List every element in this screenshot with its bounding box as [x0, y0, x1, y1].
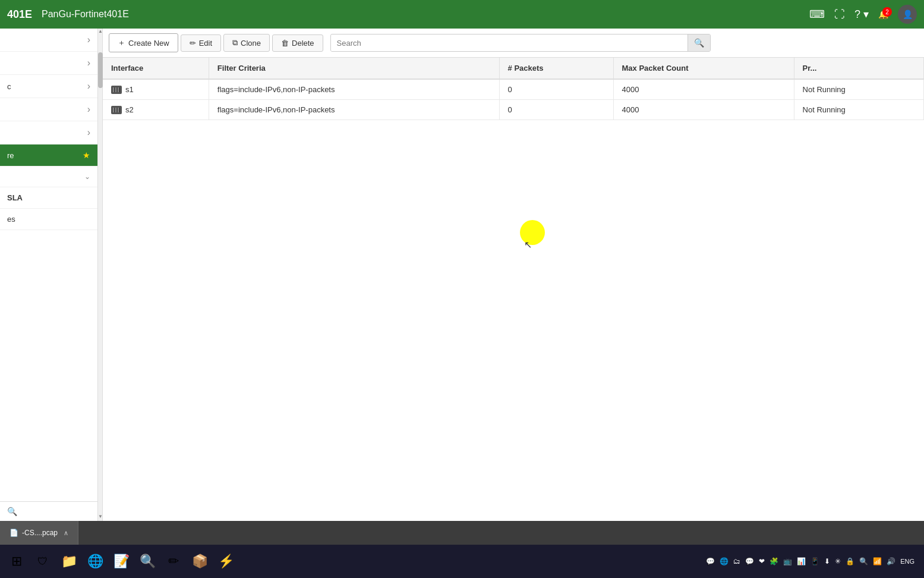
- taskbar-icon-layers[interactable]: 🗂: [733, 557, 740, 566]
- taskbar-app-5[interactable]: 🔍: [135, 549, 159, 573]
- star-icon: ★: [83, 150, 90, 160]
- cell-packets-s2: 0: [499, 100, 613, 120]
- data-table: Interface Filter Criteria # Packets Max …: [103, 58, 924, 120]
- cell-filter-criteria-s1: flags=include-IPv6,non-IP-packets: [209, 79, 499, 100]
- sidebar-item-5[interactable]: [0, 121, 97, 144]
- cell-interface-s2: s2: [103, 100, 209, 120]
- search-button[interactable]: 🔍: [688, 34, 710, 51]
- chevron-down-icon: ⌄: [84, 172, 90, 181]
- taskbar-icon-tv[interactable]: 📺: [783, 557, 792, 566]
- fullscreen-icon[interactable]: ⛶: [834, 8, 845, 21]
- chevron-right-icon-c: [87, 81, 90, 92]
- taskbar-lang[interactable]: ENG: [900, 558, 914, 565]
- user-avatar[interactable]: 👤: [898, 5, 917, 24]
- taskbar-app-7[interactable]: 📦: [188, 549, 212, 573]
- edit-button[interactable]: ✏ Edit: [181, 34, 221, 52]
- table-row[interactable]: s1 flags=include-IPv6,non-IP-packets 0 4…: [103, 79, 924, 100]
- taskbar: ⊞ 🛡 📁 🌐 📝 🔍 ✏ 📦 ⚡ 💬 🌐 🗂 💬 ❤ 🧩 📺 📊 📱 ⬇ ✳ …: [0, 545, 924, 578]
- cell-max-packet-count-s1: 4000: [613, 79, 794, 100]
- scroll-down-arrow[interactable]: ▼: [98, 514, 103, 521]
- taskbar-icon-puzzle[interactable]: 🧩: [770, 557, 778, 566]
- sidebar-item-4[interactable]: [0, 98, 97, 121]
- taskbar-icon-globe[interactable]: 🌐: [720, 557, 729, 566]
- clone-label: Clone: [241, 39, 261, 48]
- taskbar-app-2[interactable]: 📁: [57, 549, 81, 573]
- sidebar-item-es[interactable]: es: [0, 209, 97, 230]
- sidebar-item-sla[interactable]: SLA: [0, 187, 97, 209]
- create-new-label: Create New: [128, 39, 169, 48]
- taskbar-icon-bluetooth[interactable]: ✳: [835, 557, 841, 566]
- topbar-brand: 401E: [7, 8, 32, 21]
- help-icon[interactable]: ? ▾: [854, 8, 869, 21]
- file-icon: 📄: [10, 529, 18, 537]
- taskbar-app-1[interactable]: 🛡: [31, 549, 55, 573]
- table-row[interactable]: s2 flags=include-IPv6,non-IP-packets 0 4…: [103, 100, 924, 120]
- edit-icon: ✏: [190, 39, 196, 48]
- sidebar-label-es: es: [7, 215, 15, 224]
- taskbar-icon-wifi[interactable]: 📶: [873, 557, 882, 566]
- sidebar-scroll: c re ★ ⌄ SLA es: [0, 29, 97, 501]
- taskbar-icon-phone[interactable]: 📱: [811, 557, 819, 566]
- topbar-right: ⌨ ⛶ ? ▾ 🔔 2 👤: [809, 5, 917, 24]
- taskbar-icon-shield[interactable]: 🔒: [846, 557, 854, 566]
- cell-max-packet-count-s2: 4000: [613, 100, 794, 120]
- chevron-right-icon-5: [87, 127, 90, 138]
- file-name: -CS....pcap: [22, 529, 58, 537]
- taskbar-icon-chart[interactable]: 📊: [797, 557, 806, 566]
- delete-label: Delete: [292, 39, 314, 48]
- scrollbar-thumb: [98, 52, 103, 88]
- taskbar-icon-volume[interactable]: 🔊: [887, 557, 895, 566]
- sidebar-search[interactable]: 🔍: [0, 501, 97, 521]
- sidebar-item-2[interactable]: [0, 52, 97, 75]
- sidebar-item-1[interactable]: [0, 29, 97, 52]
- scroll-up-arrow[interactable]: ▲: [98, 29, 103, 36]
- table-wrapper: Interface Filter Criteria # Packets Max …: [103, 58, 924, 521]
- terminal-icon[interactable]: ⌨: [809, 8, 825, 21]
- plus-icon: ＋: [118, 37, 125, 48]
- col-header-filter-criteria: Filter Criteria: [209, 58, 499, 79]
- chevron-right-icon-2: [87, 58, 90, 68]
- interface-icon-s1: [111, 86, 122, 94]
- taskbar-app-3[interactable]: 🌐: [83, 549, 107, 573]
- topbar: 401E PanGu-Fortinet401E ⌨ ⛶ ? ▾ 🔔 2 👤: [0, 0, 924, 29]
- chevron-right-icon-4: [87, 104, 90, 115]
- sidebar-item-c[interactable]: c: [0, 75, 97, 98]
- taskbar-icon-heart[interactable]: ❤: [759, 557, 765, 566]
- taskbar-icon-search2[interactable]: 🔍: [859, 557, 868, 566]
- sidebar-label-sla: SLA: [7, 193, 23, 202]
- taskbar-icon-msg[interactable]: 💬: [745, 557, 754, 566]
- bottom-file-tab[interactable]: 📄 -CS....pcap ∧: [0, 521, 78, 545]
- sidebar-scrollbar[interactable]: ▲ ▼: [98, 29, 103, 521]
- taskbar-icon-chat[interactable]: 💬: [706, 557, 715, 566]
- file-tab-close[interactable]: ∧: [64, 529, 68, 537]
- toolbar: ＋ Create New ✏ Edit ⧉ Clone 🗑 Delete 🔍: [103, 29, 924, 58]
- chevron-right-icon-1: [87, 34, 90, 45]
- clone-button[interactable]: ⧉ Clone: [223, 34, 270, 52]
- trash-icon: 🗑: [281, 39, 289, 48]
- sidebar-label-active: re: [7, 151, 14, 160]
- create-new-button[interactable]: ＋ Create New: [109, 33, 178, 52]
- sidebar: c re ★ ⌄ SLA es: [0, 29, 98, 521]
- cell-interface-s1: s1: [103, 79, 209, 100]
- cell-packets-s1: 0: [499, 79, 613, 100]
- col-header-pr: Pr...: [794, 58, 923, 79]
- search-icon-sidebar: 🔍: [7, 507, 17, 516]
- cell-filter-criteria-s2: flags=include-IPv6,non-IP-packets: [209, 100, 499, 120]
- taskbar-app-4[interactable]: 📝: [109, 549, 133, 573]
- sidebar-chevron-down-item[interactable]: ⌄: [0, 167, 97, 187]
- taskbar-app-8[interactable]: ⚡: [214, 549, 238, 573]
- bottom-file-bar: 📄 -CS....pcap ∧: [0, 521, 924, 545]
- sidebar-item-active[interactable]: re ★: [0, 144, 97, 167]
- search-input[interactable]: [331, 35, 688, 51]
- taskbar-icon-download[interactable]: ⬇: [824, 557, 830, 566]
- taskbar-app-6[interactable]: ✏: [162, 549, 185, 573]
- topbar-device: PanGu-Fortinet401E: [42, 9, 129, 20]
- main-layout: c re ★ ⌄ SLA es: [0, 29, 924, 521]
- taskbar-right: 💬 🌐 🗂 💬 ❤ 🧩 📺 📊 📱 ⬇ ✳ 🔒 🔍 📶 🔊 ENG: [706, 557, 919, 566]
- edit-label: Edit: [199, 39, 212, 48]
- clone-icon: ⧉: [232, 38, 238, 48]
- taskbar-start[interactable]: ⊞: [5, 549, 29, 573]
- delete-button[interactable]: 🗑 Delete: [272, 34, 323, 52]
- notifications-bell[interactable]: 🔔 2: [878, 10, 888, 19]
- cell-pr-s1: Not Running: [794, 79, 923, 100]
